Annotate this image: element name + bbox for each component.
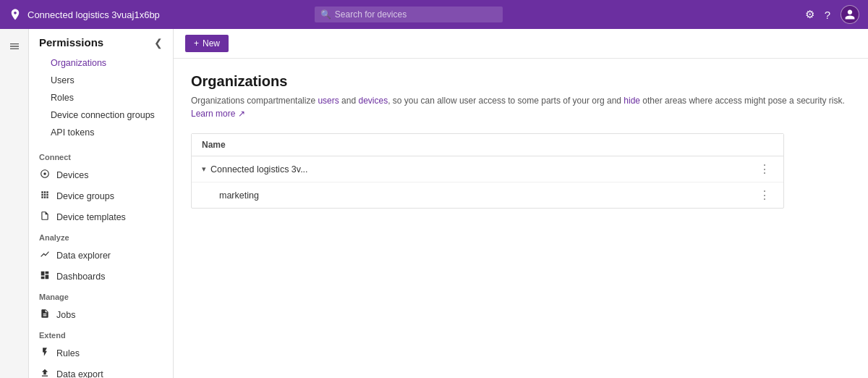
section-extend: Extend: [29, 325, 173, 343]
help-icon[interactable]: ?: [825, 9, 830, 21]
dashboards-icon: [39, 270, 51, 282]
permissions-subnav: Organizations Users Roles Device connect…: [29, 54, 173, 141]
sidebar-item-dashboards[interactable]: Dashboards: [29, 266, 173, 287]
column-name: Name: [202, 140, 226, 150]
settings-icon[interactable]: ⚙: [805, 8, 814, 21]
sidebar-sub-item-device-connection-groups[interactable]: Device connection groups: [29, 106, 173, 124]
new-button[interactable]: + New: [185, 35, 229, 52]
new-button-icon: +: [194, 38, 199, 49]
content-area: + New Organizations Organizations compar…: [174, 29, 868, 378]
section-manage: Manage: [29, 287, 173, 304]
device-templates-label: Device templates: [56, 212, 126, 222]
main-container: Permissions ❮ Organizations Users Roles …: [0, 29, 868, 378]
search-input[interactable]: [315, 7, 503, 22]
content-body: Organizations Organizations compartmenta…: [174, 59, 868, 223]
sidebar-item-rules[interactable]: Rules: [29, 343, 173, 364]
organizations-table: Name ▾ Connected logistics 3v... ⋮ marke…: [191, 133, 784, 209]
dashboards-label: Dashboards: [56, 272, 105, 282]
table-row: ▾ Connected logistics 3v... ⋮: [192, 156, 783, 182]
devices-link[interactable]: devices: [358, 96, 388, 106]
devices-icon: [39, 169, 51, 181]
content-toolbar: + New: [174, 29, 868, 59]
app-logo: Connected logistics 3vuaj1x6bp: [9, 8, 160, 21]
more-options-root[interactable]: ⋮: [756, 162, 773, 176]
section-connect: Connect: [29, 147, 173, 164]
users-link[interactable]: users: [318, 96, 339, 106]
org-name-root: Connected logistics 3v...: [210, 164, 756, 175]
rules-label: Rules: [56, 348, 80, 358]
hamburger-menu[interactable]: [0, 35, 29, 58]
more-options-marketing[interactable]: ⋮: [756, 188, 773, 202]
data-export-icon: [39, 368, 51, 378]
device-groups-label: Device groups: [56, 191, 114, 201]
sidebar-item-data-export[interactable]: Data export: [29, 364, 173, 378]
expand-icon[interactable]: ▾: [202, 164, 206, 174]
sidebar-item-device-templates[interactable]: Device templates: [29, 206, 173, 227]
devices-label: Devices: [56, 170, 88, 180]
rules-icon: [39, 347, 51, 359]
data-explorer-label: Data explorer: [56, 251, 111, 261]
data-export-label: Data export: [56, 369, 103, 379]
sidebar-sub-item-users[interactable]: Users: [29, 72, 173, 89]
hide-link[interactable]: hide: [624, 96, 640, 106]
icon-nav: [0, 29, 29, 378]
sidebar-header: Permissions ❮: [29, 29, 173, 54]
avatar[interactable]: [841, 5, 859, 24]
new-button-label: New: [203, 38, 220, 49]
sidebar-item-jobs[interactable]: Jobs: [29, 304, 173, 325]
sidebar-title: Permissions: [39, 36, 103, 49]
svg-point-0: [43, 172, 46, 175]
sidebar-sub-item-organizations[interactable]: Organizations: [29, 54, 173, 72]
device-groups-icon: [39, 190, 51, 202]
search-container: 🔍: [315, 7, 503, 22]
sidebar-item-data-explorer[interactable]: Data explorer: [29, 245, 173, 266]
jobs-label: Jobs: [56, 310, 75, 320]
topbar: Connected logistics 3vuaj1x6bp 🔍 ⚙ ?: [0, 0, 868, 29]
topbar-actions: ⚙ ?: [805, 5, 859, 24]
sidebar-sub-item-api-tokens[interactable]: API tokens: [29, 124, 173, 141]
content-description: Organizations compartmentalize users and…: [191, 94, 851, 120]
learn-more-link[interactable]: Learn more ↗: [191, 109, 245, 119]
location-icon: [9, 8, 22, 21]
sidebar-item-devices[interactable]: Devices: [29, 164, 173, 185]
sidebar-collapse-button[interactable]: ❮: [154, 37, 163, 49]
sidebar: Permissions ❮ Organizations Users Roles …: [29, 29, 174, 378]
org-name-marketing: marketing: [219, 190, 756, 201]
table-header: Name: [192, 134, 783, 156]
app-name: Connected logistics 3vuaj1x6bp: [27, 9, 160, 20]
jobs-icon: [39, 308, 51, 321]
table-row: marketing ⋮: [192, 182, 783, 208]
sidebar-item-device-groups[interactable]: Device groups: [29, 185, 173, 206]
data-explorer-icon: [39, 249, 51, 261]
search-icon: 🔍: [320, 9, 331, 20]
sidebar-sub-item-roles[interactable]: Roles: [29, 89, 173, 106]
section-analyze: Analyze: [29, 227, 173, 245]
page-title: Organizations: [191, 73, 851, 90]
device-templates-icon: [39, 211, 51, 223]
